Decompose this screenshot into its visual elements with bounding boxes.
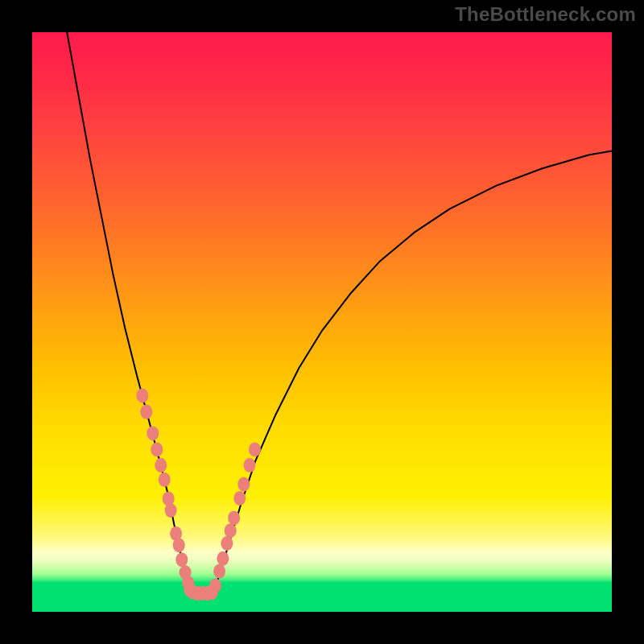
watermark-text: TheBottleneck.com: [455, 3, 636, 26]
data-dot: [140, 405, 152, 419]
data-dot: [213, 564, 225, 579]
chart-frame: TheBottleneck.com: [0, 0, 644, 644]
data-dot: [175, 552, 188, 567]
data-dot: [136, 388, 148, 402]
plot-area: [32, 32, 612, 612]
data-dot: [221, 536, 233, 551]
data-dots: [136, 388, 261, 601]
data-dot: [244, 458, 256, 473]
data-dot: [209, 579, 221, 593]
chart-svg: [32, 32, 612, 612]
data-dot: [228, 510, 240, 525]
data-dot: [225, 523, 237, 538]
curve-right: [213, 151, 612, 592]
data-dot: [237, 477, 250, 492]
data-dot: [249, 442, 261, 456]
data-dot: [151, 442, 163, 456]
data-dot: [217, 551, 229, 566]
data-dot: [165, 503, 177, 518]
data-dot: [233, 491, 246, 506]
data-dot: [147, 426, 159, 440]
data-dot: [155, 458, 167, 473]
data-dot: [159, 473, 171, 487]
data-dot: [173, 538, 185, 552]
